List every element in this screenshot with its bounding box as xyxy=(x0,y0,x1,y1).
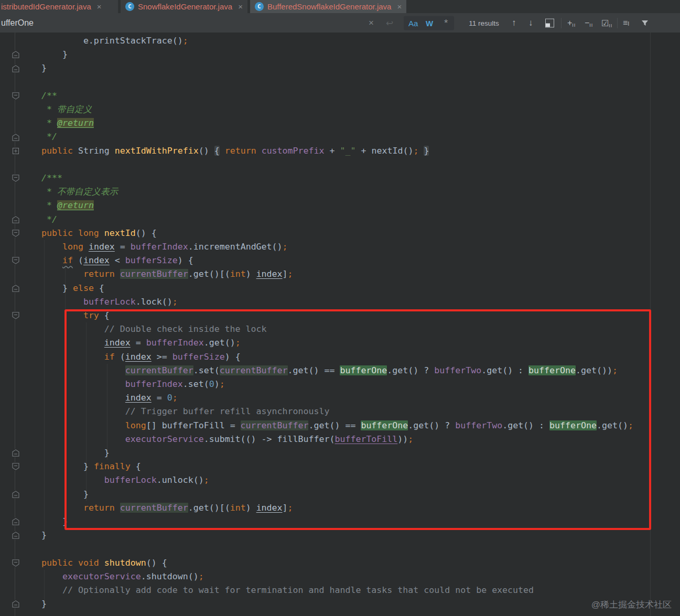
results-count: 11 results xyxy=(461,19,506,27)
code-line: // Double check inside the lock xyxy=(20,322,633,336)
code-line: * @return xyxy=(20,116,633,130)
code-line: executorService.shutdown(); xyxy=(20,570,633,583)
code-line: */ xyxy=(20,130,633,144)
code-line: return currentBuffer.get()[(int) index]; xyxy=(20,267,633,281)
code-line: bufferLock.lock(); xyxy=(20,295,633,309)
code-line: public long nextId() { xyxy=(20,226,633,240)
code-line: return currentBuffer.get()[(int) index]; xyxy=(20,501,633,515)
code-line xyxy=(20,542,633,556)
previous-occurrence-icon[interactable]: ↑ xyxy=(512,18,516,28)
next-occurrence-icon[interactable]: ↓ xyxy=(528,18,533,28)
add-selection-icon[interactable]: +II xyxy=(567,18,576,28)
filter-icon[interactable] xyxy=(641,19,649,27)
tab-label: istributedIdGenerator.java xyxy=(1,2,91,11)
code-line: bufferLock.unlock(); xyxy=(20,473,633,487)
match-case-toggle[interactable]: Aa xyxy=(408,18,418,27)
select-all-occurrences-icon[interactable]: ☑II xyxy=(601,18,612,28)
code-line: } xyxy=(20,488,633,501)
close-icon[interactable]: × xyxy=(397,3,402,10)
close-icon[interactable]: × xyxy=(238,3,243,10)
code-line: */ xyxy=(20,213,633,226)
code-line xyxy=(20,75,633,89)
code-editor[interactable]: e.printStackTrace(); } } /** * 带自定义 * @r… xyxy=(0,33,680,616)
code-line: * 带自定义 xyxy=(20,103,633,116)
code-line: long index = bufferIndex.incrementAndGet… xyxy=(20,240,633,254)
code-line: currentBuffer.set(currentBuffer.get() ==… xyxy=(20,364,633,377)
divider xyxy=(617,18,618,28)
ide-window: istributedIdGenerator.java × C Snowflake… xyxy=(0,0,680,616)
code-area[interactable]: e.printStackTrace(); } } /** * 带自定义 * @r… xyxy=(0,34,633,611)
close-search-icon[interactable]: × xyxy=(369,18,374,28)
code-line: } finally { xyxy=(20,460,633,473)
code-line: executorService.submit(() -> fillBuffer(… xyxy=(20,433,633,446)
code-line: // Trigger buffer refill asynchronously xyxy=(20,405,633,418)
code-line: /*** xyxy=(20,171,633,185)
code-line: } xyxy=(20,528,633,542)
open-in-tool-window-icon[interactable] xyxy=(545,18,554,27)
code-line: /** xyxy=(20,89,633,103)
watermark: @稀土掘金技术社区 xyxy=(591,599,672,611)
tab-label: SnowflakeIdGenerator.java xyxy=(138,2,232,11)
close-icon[interactable]: × xyxy=(97,3,102,10)
code-line: // Optionally add code to wait for termi… xyxy=(20,583,633,597)
whole-words-toggle[interactable]: W xyxy=(426,18,433,27)
tab-distributedidgenerator[interactable]: istributedIdGenerator.java × xyxy=(0,0,118,13)
code-line: } xyxy=(20,446,633,460)
code-line: } xyxy=(20,48,633,61)
code-line: bufferIndex.set(0); xyxy=(20,377,633,391)
tab-label: BufferedSnowflakeIdGenerator.java xyxy=(267,2,392,11)
code-line: } xyxy=(20,515,633,528)
code-line: index = 0; xyxy=(20,391,633,405)
code-line: if (index >= bufferSize) { xyxy=(20,350,633,364)
code-line: public void shutdown() { xyxy=(20,556,633,570)
code-line: index = bufferIndex.get(); xyxy=(20,336,633,350)
code-line: e.printStackTrace(); xyxy=(20,34,633,48)
editor-tabs: istributedIdGenerator.java × C Snowflake… xyxy=(0,0,680,13)
code-line: try { xyxy=(20,309,633,322)
code-line: } xyxy=(20,61,633,75)
find-bar: ufferOne × ↩ Aa W * 11 results ↑ ↓ +II −… xyxy=(0,13,680,33)
code-line: long[] bufferToFill = currentBuffer.get(… xyxy=(20,419,633,433)
code-line: * 不带自定义表示 xyxy=(20,185,633,199)
code-line: } else { xyxy=(20,282,633,295)
code-line: * @return xyxy=(20,199,633,212)
search-history-icon[interactable]: ↩ xyxy=(386,17,393,28)
tab-snowflakeidgenerator[interactable]: C SnowflakeIdGenerator.java × xyxy=(121,0,247,13)
search-input[interactable]: ufferOne xyxy=(1,18,34,28)
class-icon: C xyxy=(255,2,264,11)
tab-bufferedsnowflakeidgenerator[interactable]: C BufferedSnowflakeIdGenerator.java × xyxy=(250,0,406,13)
divider xyxy=(561,18,562,28)
regex-toggle[interactable]: * xyxy=(444,17,448,29)
class-icon: C xyxy=(125,2,134,11)
right-margin-guide xyxy=(650,33,651,616)
code-line: if (index < bufferSize) { xyxy=(20,254,633,267)
code-line xyxy=(20,158,633,171)
code-line: } xyxy=(20,597,633,611)
remove-selection-icon[interactable]: −II xyxy=(585,18,593,28)
code-line: public String nextIdWithPrefix() { retur… xyxy=(20,144,633,158)
filter-lines-icon[interactable]: ≡I xyxy=(623,18,630,28)
